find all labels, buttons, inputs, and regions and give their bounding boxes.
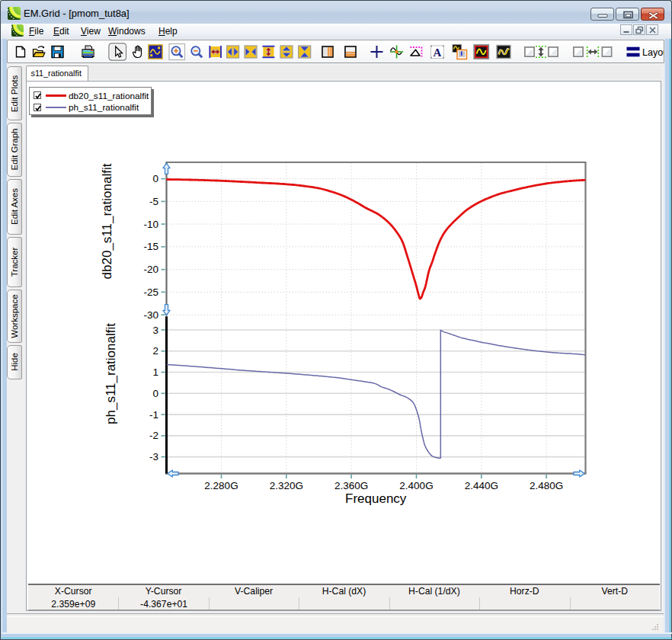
svg-text:A: A <box>434 46 442 59</box>
svg-text:2.320G: 2.320G <box>269 480 302 491</box>
svg-text:3: 3 <box>152 325 158 336</box>
svg-text:ph_s11_rationalfit: ph_s11_rationalfit <box>104 323 118 424</box>
svg-text:Layout: Layout <box>642 47 664 58</box>
svg-text:-10: -10 <box>143 219 158 230</box>
svg-text:-5: -5 <box>149 196 158 207</box>
svg-text:2: 2 <box>152 345 158 357</box>
svg-text:-15: -15 <box>143 241 158 252</box>
svg-text:0: 0 <box>152 388 158 399</box>
svg-text:-25: -25 <box>143 286 158 298</box>
svg-text:-3: -3 <box>149 451 158 462</box>
svg-text:db20_s11_rationalfit: db20_s11_rationalfit <box>99 163 114 279</box>
svg-text:-20: -20 <box>143 264 158 275</box>
svg-text:Frequency: Frequency <box>345 491 407 506</box>
svg-text:2.440G: 2.440G <box>464 480 498 491</box>
svg-text:1: 1 <box>152 366 158 378</box>
svg-text:2.360G: 2.360G <box>334 480 367 491</box>
svg-text:2.280G: 2.280G <box>204 480 238 491</box>
svg-text:-30: -30 <box>143 309 158 321</box>
svg-text:0: 0 <box>152 173 158 184</box>
svg-text:-1: -1 <box>149 409 158 421</box>
svg-text:2.400G: 2.400G <box>399 480 433 491</box>
svg-text:2.480G: 2.480G <box>529 480 562 491</box>
svg-text:-2: -2 <box>149 430 158 441</box>
